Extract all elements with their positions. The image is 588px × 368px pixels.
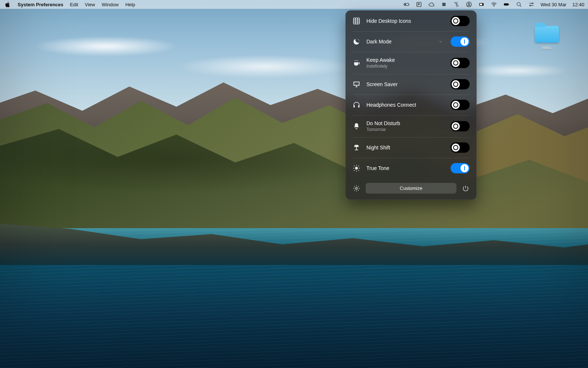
menubar-item-view[interactable]: View	[85, 2, 95, 7]
svg-point-14	[517, 3, 520, 6]
row-headphones-connect[interactable]: Headphones Connect	[346, 95, 476, 115]
svg-point-8	[468, 3, 470, 5]
svg-rect-13	[509, 4, 509, 5]
status-control-center-icon[interactable]	[528, 1, 535, 8]
svg-rect-10	[480, 4, 482, 6]
power-icon[interactable]	[462, 184, 470, 192]
lamp-icon	[352, 144, 361, 152]
svg-rect-25	[355, 150, 358, 151]
panel-footer: Customize	[346, 178, 476, 199]
svg-rect-21	[354, 82, 359, 85]
svg-rect-23	[358, 105, 360, 107]
row-true-tone[interactable]: True Tone	[346, 158, 476, 178]
status-spotlight-icon[interactable]	[516, 1, 522, 8]
bell-icon	[352, 122, 361, 130]
coffee-icon	[352, 59, 361, 67]
svg-point-26	[355, 167, 358, 169]
customize-button[interactable]: Customize	[366, 183, 456, 194]
status-dots-icon[interactable]	[441, 1, 447, 8]
svg-rect-12	[504, 3, 508, 6]
gear-icon[interactable]	[352, 184, 361, 192]
status-battery-icon[interactable]	[503, 1, 510, 8]
svg-rect-24	[356, 147, 357, 149]
row-screen-saver[interactable]: Screen Saver	[346, 74, 476, 95]
row-keep-awake[interactable]: Keep Awake Indefinitely	[346, 52, 476, 74]
row-subtitle: Indefinitely	[366, 64, 445, 69]
row-dark-mode[interactable]: Dark Mode	[346, 31, 476, 52]
grid-icon	[352, 17, 361, 25]
row-title: Night Shift	[366, 145, 445, 151]
row-title: Hide Desktop Icons	[366, 18, 445, 24]
toggle-true-tone[interactable]	[451, 163, 470, 173]
svg-point-3	[442, 3, 444, 4]
toggle-dark-mode[interactable]	[451, 36, 470, 47]
svg-point-27	[356, 187, 358, 189]
status-wifi-icon[interactable]	[491, 1, 497, 8]
sun-icon	[352, 164, 361, 172]
menubar-item-window[interactable]: Window	[102, 2, 119, 7]
menubar-app-name[interactable]: System Preferences	[18, 2, 63, 7]
status-account-icon[interactable]	[466, 1, 472, 8]
apple-menu-icon[interactable]	[4, 1, 11, 8]
desktop-folder-misc[interactable]: misc	[532, 26, 562, 50]
status-app-p-icon[interactable]	[416, 1, 422, 8]
status-bluetooth-off-icon[interactable]	[453, 1, 460, 8]
desktop-folder-label: misc	[532, 45, 562, 50]
status-cloud-icon[interactable]	[428, 1, 435, 8]
toggle-do-not-disturb[interactable]	[451, 121, 470, 131]
folder-icon	[535, 26, 559, 43]
monitor-icon	[352, 80, 361, 88]
row-title: Headphones Connect	[366, 102, 445, 108]
desktop-wallpaper	[0, 0, 588, 368]
svg-point-15	[532, 3, 533, 4]
svg-rect-22	[354, 105, 355, 107]
row-title: True Tone	[366, 165, 445, 171]
one-switch-panel: Hide Desktop Icons Dark Mode Keep Awake …	[345, 10, 477, 200]
row-do-not-disturb[interactable]: Do Not Disturb Tomorrow	[346, 115, 476, 137]
svg-point-6	[444, 5, 445, 6]
toggle-hide-desktop-icons[interactable]	[451, 16, 470, 26]
row-hide-desktop-icons[interactable]: Hide Desktop Icons	[346, 11, 476, 31]
row-title: Screen Saver	[366, 81, 445, 87]
chevron-down-icon[interactable]	[438, 39, 443, 44]
menubar: System Preferences Edit View Window Help…	[0, 0, 588, 9]
svg-point-4	[444, 3, 445, 4]
svg-point-19	[359, 40, 359, 41]
menubar-item-edit[interactable]: Edit	[70, 2, 78, 7]
menubar-time[interactable]: 12:40	[572, 2, 584, 7]
svg-point-1	[405, 4, 406, 5]
toggle-keep-awake[interactable]	[451, 58, 470, 68]
svg-point-18	[358, 39, 359, 40]
menubar-date[interactable]: Wed 30 Mar	[541, 2, 567, 7]
menubar-item-help[interactable]: Help	[125, 2, 135, 7]
toggle-headphones-connect[interactable]	[451, 100, 470, 110]
toggle-night-shift[interactable]	[451, 142, 470, 153]
row-subtitle: Tomorrow	[366, 127, 445, 132]
headphones-icon	[352, 101, 361, 109]
svg-point-5	[442, 5, 444, 6]
status-one-switch-icon[interactable]	[403, 1, 410, 8]
status-display-icon[interactable]	[478, 1, 485, 8]
row-title: Do Not Disturb	[366, 120, 445, 126]
row-night-shift[interactable]: Night Shift	[346, 137, 476, 158]
row-title: Keep Awake	[366, 57, 445, 63]
row-title: Dark Mode	[366, 39, 432, 45]
toggle-screen-saver[interactable]	[451, 79, 470, 89]
svg-point-11	[494, 6, 494, 7]
svg-rect-17	[354, 18, 360, 24]
svg-rect-0	[404, 3, 409, 6]
moon-icon	[352, 38, 361, 46]
svg-point-16	[530, 5, 531, 6]
